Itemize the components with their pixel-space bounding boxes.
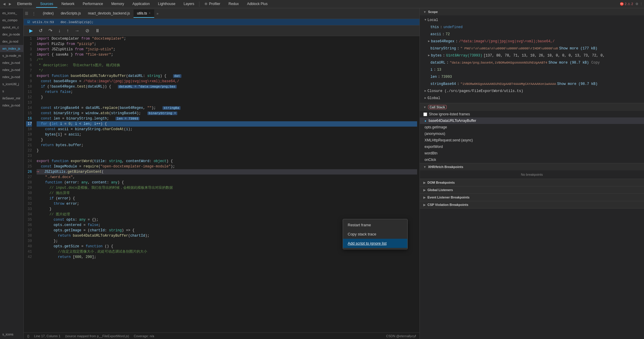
sidebar-item-11[interactable]: s bbox=[0, 88, 23, 95]
call-stack-item-4[interactable]: exportWord bbox=[420, 143, 644, 150]
sidebar-item-2[interactable]: ayout_es_c bbox=[0, 24, 23, 31]
scope-dataurl-copy[interactable]: Copy bbox=[591, 60, 600, 66]
scope-binarystring: binaryString : " PNG\r\n\u001a\n\u0000\u… bbox=[420, 45, 644, 52]
call-stack-bp-icon: ● bbox=[425, 119, 426, 122]
sidebar-item-12[interactable]: ileSaver_mir bbox=[0, 95, 23, 102]
code-line-1: import Docxtemplater from "docxtemplater… bbox=[37, 36, 417, 41]
sidebar-toggle-icon[interactable]: ☰ bbox=[24, 11, 30, 16]
code-line-18: const ascii = binaryString.charCodeAt(i)… bbox=[37, 127, 417, 132]
call-stack-item-4-label: exportWord bbox=[425, 145, 443, 149]
sidebar-item-icons[interactable]: s_icons bbox=[0, 331, 23, 338]
context-menu-copy-stack-trace[interactable]: Copy stack trace bbox=[343, 230, 407, 239]
paused-code: doc.loadZip(zip); bbox=[61, 20, 94, 24]
scope-base64regex[interactable]: ▶ base64Regex : /^data:image\/(png|jpg|s… bbox=[420, 38, 644, 45]
settings-icon[interactable]: ⚙ bbox=[635, 2, 638, 6]
xhr-breakpoints-header[interactable]: ▼ XHR/fetch Breakpoints bbox=[420, 163, 644, 170]
tab-overflow-icon[interactable]: » bbox=[154, 12, 161, 16]
file-tab-index[interactable]: (index) bbox=[39, 9, 57, 18]
file-tab-utils[interactable]: utils.ts × bbox=[134, 9, 154, 18]
tab-application[interactable]: Application bbox=[128, 1, 154, 8]
scope-stringbase64-showmore[interactable]: Show more (98.7 kB) bbox=[557, 81, 598, 87]
sidebar-item-0[interactable]: es_icons_ bbox=[0, 9, 23, 17]
step-out-btn[interactable]: ↑ bbox=[65, 28, 71, 34]
scope-dataurl-showmore[interactable]: Show more (98.7 kB) bbox=[549, 60, 589, 66]
tab-performance[interactable]: Performance bbox=[79, 1, 107, 8]
sidebar-item-10[interactable]: s_iconUtil_j bbox=[0, 80, 23, 88]
sidebar-item-1[interactable]: es_compo bbox=[0, 17, 23, 24]
event-listener-bp-chevron: ▶ bbox=[423, 196, 426, 199]
close-tab-icon[interactable]: × bbox=[149, 12, 151, 15]
sidebar-item-13[interactable]: ndex_js-nod bbox=[0, 102, 23, 109]
pause-exceptions-btn[interactable]: ⏸ bbox=[93, 28, 102, 34]
call-stack-item-6[interactable]: onClick bbox=[420, 156, 644, 163]
sidebar-item-9[interactable]: ndex_js-nod bbox=[0, 73, 23, 80]
tab-sources[interactable]: Sources bbox=[36, 1, 57, 8]
call-stack-item-5[interactable]: wordBtn bbox=[420, 150, 644, 156]
sidebar-item-6[interactable]: s_js-node_m bbox=[0, 52, 23, 59]
right-panel: ▼ Scope ▼ Local this : undefined bbox=[419, 8, 644, 339]
scope-base64regex-arrow: ▶ bbox=[425, 38, 430, 44]
code-lines: import Docxtemplater from "docxtemplater… bbox=[34, 36, 419, 332]
more-tabs-icon[interactable]: ⋮ bbox=[31, 11, 37, 16]
code-line-21: return bytes.buffer; bbox=[37, 143, 417, 148]
event-listener-bp-header[interactable]: ▶ Event Listener Breakpoints bbox=[420, 194, 644, 201]
code-scroll[interactable]: 12345 678910 1112131415 16 17 1819202122… bbox=[24, 36, 419, 332]
global-listeners-header[interactable]: ▶ Global Listeners bbox=[420, 186, 644, 193]
call-stack-title: Call Stack bbox=[428, 105, 447, 109]
scope-global-header[interactable]: ▶ Global bbox=[420, 95, 644, 102]
context-menu-add-to-ignore-list[interactable]: Add script to ignore list bbox=[343, 239, 407, 248]
dom-breakpoints-header[interactable]: ▶ DOM Breakpoints bbox=[420, 179, 644, 186]
sidebar-item-4[interactable]: dex_js-nod bbox=[0, 38, 23, 45]
nav-forward[interactable]: ▶ bbox=[7, 2, 13, 6]
call-stack-item-1[interactable]: opts.getImage bbox=[420, 124, 644, 130]
tab-memory[interactable]: Memory bbox=[107, 1, 128, 8]
tab-profiler[interactable]: ⚛ Profiler bbox=[200, 0, 225, 8]
nav-back[interactable]: ◀ bbox=[1, 2, 7, 6]
event-listener-bp-title: Event Listener Breakpoints bbox=[427, 196, 469, 199]
context-menu-restart-frame[interactable]: Restart frame bbox=[343, 220, 407, 230]
csp-violation-bp-header[interactable]: ▶ CSP Violation Breakpoints bbox=[420, 201, 644, 208]
coverage: Coverage: n/a bbox=[134, 334, 154, 338]
scope-local-header[interactable]: ▼ Local bbox=[420, 17, 644, 24]
call-stack-item-0[interactable]: ● base64DataURLToArrayBuffer bbox=[420, 117, 644, 124]
scope-header[interactable]: ▼ Scope bbox=[420, 8, 644, 15]
call-stack-item-2[interactable]: (anonymous) bbox=[420, 130, 644, 137]
file-tab-devscripts[interactable]: devScripts.js bbox=[57, 9, 84, 18]
step-over-btn[interactable]: ↷ bbox=[47, 27, 54, 34]
sidebar-item-3[interactable]: dex_js-node bbox=[0, 31, 23, 38]
code-line-26: ⟶ JSZipUtils.getBinaryContent( bbox=[37, 169, 417, 175]
scope-closure-arrow: ▶ bbox=[425, 88, 426, 94]
checkbox-utils[interactable]: ☑ bbox=[27, 20, 30, 24]
scope-local-title: Local bbox=[427, 17, 438, 23]
tab-adblock[interactable]: Adblock Plus bbox=[243, 1, 271, 8]
tab-lighthouse[interactable]: Lighthouse bbox=[154, 1, 180, 8]
scope-binarystring-showmore[interactable]: Show more (177 kB) bbox=[559, 46, 598, 51]
code-line-26-text: JSZipUtils.getBinaryContent( bbox=[40, 169, 104, 175]
tab-layers[interactable]: Layers bbox=[180, 1, 199, 8]
show-ignore-checkbox[interactable] bbox=[423, 112, 427, 116]
dom-breakpoints-title: DOM Breakpoints bbox=[427, 181, 455, 184]
scope-global-arrow: ▶ bbox=[425, 95, 426, 101]
sidebar-item-7[interactable]: ndex_js-nod bbox=[0, 59, 23, 66]
scope-stringbase64-val: "iVBORw0KGgoAAAANSUhEUgAABT4AAAMgCAYAAAA… bbox=[461, 81, 556, 87]
scope-bytes[interactable]: ▶ bytes : Uint8Array(73993) [137, 80, 78… bbox=[420, 52, 644, 59]
deactivate-btn[interactable]: ⊘ bbox=[84, 27, 91, 34]
resume-btn[interactable]: ▶ bbox=[27, 27, 35, 34]
call-stack-item-3[interactable]: XMLHttpRequest.send (async) bbox=[420, 137, 644, 143]
sidebar-item-8[interactable]: ndex_js-nod bbox=[0, 66, 23, 73]
step-btn[interactable]: → bbox=[73, 28, 81, 34]
file-tab-devtools-backend[interactable]: react_devtools_backend.js bbox=[84, 9, 134, 18]
scope-this-key: this bbox=[425, 24, 439, 30]
source-mapped: (source mapped from p__FileExportWord.js… bbox=[65, 334, 129, 338]
step-over-reload-btn[interactable]: ↺ bbox=[37, 27, 44, 34]
tab-elements[interactable]: Elements bbox=[13, 1, 36, 8]
dots-icon[interactable]: ⋮ bbox=[640, 2, 643, 6]
code-line-17: for (let i = 0; i < len; i++) { bbox=[37, 121, 417, 127]
call-stack-header[interactable]: ▼ Call Stack bbox=[420, 103, 644, 111]
step-into-btn[interactable]: ↓ bbox=[56, 28, 62, 34]
tab-redux[interactable]: Redux bbox=[225, 1, 243, 8]
scope-closure-header[interactable]: ▶ Closure (./src/pages/FileExportWord/ut… bbox=[420, 88, 644, 95]
sidebar-item-5[interactable]: wn_index_js bbox=[0, 45, 23, 52]
main-layout: es_icons_ es_compo ayout_es_c dex_js-nod… bbox=[0, 8, 644, 339]
tab-network[interactable]: Network bbox=[57, 1, 79, 8]
